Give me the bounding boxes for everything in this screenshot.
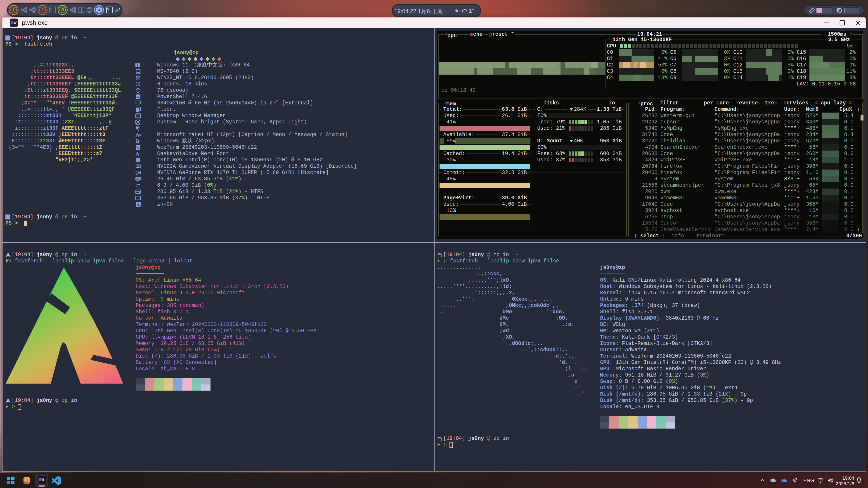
svg-text:4: 4 bbox=[98, 8, 100, 12]
